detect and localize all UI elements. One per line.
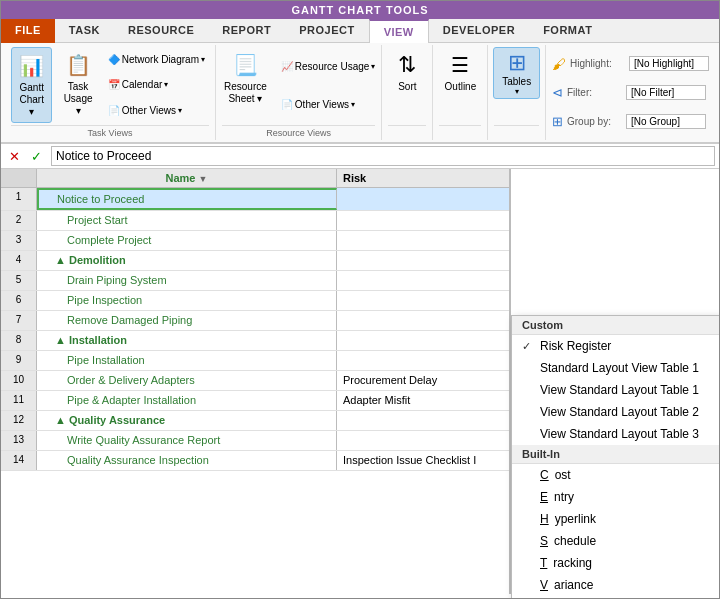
table-row[interactable]: 3 Complete Project	[1, 231, 509, 251]
ribbon-tabs: FILE TASK RESOURCE REPORT PROJECT VIEW D…	[1, 19, 719, 43]
row-risk	[337, 188, 509, 210]
row-id: 4	[1, 251, 37, 270]
resource-sheet-button[interactable]: 📃 ResourceSheet ▾	[218, 47, 273, 109]
filter-icon: ⊲	[552, 85, 563, 100]
task-view-small-buttons: 🔷 Network Diagram ▾ 📅 Calendar ▾ 📄 Other…	[104, 47, 209, 123]
tracking-item[interactable]: Tracking	[512, 552, 720, 574]
other-views2-button[interactable]: 📄 Other Views ▾	[277, 97, 379, 112]
tab-file[interactable]: FILE	[1, 19, 55, 43]
cancel-icon[interactable]: ✕	[5, 147, 23, 165]
tables-button[interactable]: ⊞ Tables ▾	[493, 47, 540, 99]
row-name: Remove Damaged Piping	[37, 311, 337, 330]
formula-bar: ✕ ✓	[1, 144, 719, 169]
row-name: ▲ Quality Assurance	[37, 411, 337, 430]
ribbon: 📊 GanttChart ▾ 📋 TaskUsage ▾ 🔷 Network D…	[1, 43, 719, 144]
tab-resource[interactable]: RESOURCE	[114, 19, 208, 42]
tab-view[interactable]: VIEW	[369, 19, 429, 43]
view-standard-layout-table2-item[interactable]: View Standard Layout Table 2	[512, 401, 720, 423]
tab-developer[interactable]: DEVELOPER	[429, 19, 529, 42]
outline-button[interactable]: ☰ Outline	[439, 47, 483, 97]
tab-project[interactable]: PROJECT	[285, 19, 368, 42]
tab-task[interactable]: TASK	[55, 19, 114, 42]
risk-register-item[interactable]: Risk Register	[512, 335, 720, 357]
highlight-value[interactable]: [No Highlight]	[629, 56, 709, 71]
group-by-label: Group by:	[567, 116, 622, 127]
formula-input[interactable]	[51, 146, 715, 166]
table-row[interactable]: 10 Order & Delivery Adapters Procurement…	[1, 371, 509, 391]
main-area: Name ▼ Risk 1 Notice to Proceed 2 Projec…	[1, 169, 719, 594]
resource-views-group: 📃 ResourceSheet ▾ 📈 Resource Usage ▾ 📄 O…	[216, 45, 382, 140]
sort-button[interactable]: ⇅ Sort	[387, 47, 427, 97]
table-row[interactable]: 1 Notice to Proceed	[1, 188, 509, 211]
row-name: ▲ Installation	[37, 331, 337, 350]
table-row[interactable]: 4 ▲ Demolition	[1, 251, 509, 271]
entry-item[interactable]: Entry	[512, 486, 720, 508]
row-risk	[337, 411, 509, 430]
table-row[interactable]: 12 ▲ Quality Assurance	[1, 411, 509, 431]
table-row[interactable]: 13 Write Quality Assurance Report	[1, 431, 509, 451]
hyperlink-item[interactable]: Hyperlink	[512, 508, 720, 530]
risk-column-header[interactable]: Risk	[337, 169, 509, 187]
outline-group-label	[439, 125, 481, 138]
schedule-item[interactable]: Schedule	[512, 530, 720, 552]
title-bar: GANTT CHART TOOLS	[1, 1, 719, 19]
tab-format[interactable]: FORMAT	[529, 19, 606, 42]
resource-sheet-label: ResourceSheet ▾	[224, 81, 267, 105]
task-usage-button[interactable]: 📋 TaskUsage ▾	[56, 47, 99, 121]
gantt-chart-label: GanttChart ▾	[18, 82, 45, 118]
view-standard-layout-table3-item[interactable]: View Standard Layout Table 3	[512, 423, 720, 445]
tables-label: Tables	[502, 76, 531, 87]
table-row[interactable]: 11 Pipe & Adapter Installation Adapter M…	[1, 391, 509, 411]
confirm-icon[interactable]: ✓	[27, 147, 45, 165]
builtin-section-label: Built-In	[512, 445, 720, 464]
row-risk	[337, 431, 509, 450]
standard-layout-view-table1-item[interactable]: Standard Layout View Table 1	[512, 357, 720, 379]
row-id: 8	[1, 331, 37, 350]
sort-label: Sort	[398, 81, 416, 93]
row-name: Project Start	[37, 211, 337, 230]
table-row[interactable]: 7 Remove Damaged Piping	[1, 311, 509, 331]
table-row[interactable]: 8 ▲ Installation	[1, 331, 509, 351]
name-column-header[interactable]: Name ▼	[37, 169, 337, 187]
row-id: 5	[1, 271, 37, 290]
view-standard-layout-table1-item[interactable]: View Standard Layout Table 1	[512, 379, 720, 401]
table-row[interactable]: 14 Quality Assurance Inspection Inspecti…	[1, 451, 509, 471]
table-row[interactable]: 6 Pipe Inspection	[1, 291, 509, 311]
row-name: Quality Assurance Inspection	[37, 451, 337, 470]
highlight-row: 🖌 Highlight: [No Highlight]	[552, 56, 709, 72]
row-risk	[337, 331, 509, 350]
row-id: 6	[1, 291, 37, 310]
filter-label: Filter:	[567, 87, 622, 98]
network-diagram-button[interactable]: 🔷 Network Diagram ▾	[104, 52, 209, 67]
filter-value[interactable]: [No Filter]	[626, 85, 706, 100]
row-risk	[337, 251, 509, 270]
table-rows: 1 Notice to Proceed 2 Project Start 3 Co…	[1, 188, 509, 594]
group-by-value[interactable]: [No Group]	[626, 114, 706, 129]
sort-icon: ⇅	[393, 51, 421, 79]
resource-usage-button[interactable]: 📈 Resource Usage ▾	[277, 59, 379, 74]
task-usage-icon: 📋	[64, 51, 92, 79]
custom-section-label: Custom	[512, 316, 720, 335]
table-row[interactable]: 2 Project Start	[1, 211, 509, 231]
variance-item[interactable]: Variance	[512, 574, 720, 596]
table-header: Name ▼ Risk	[1, 169, 509, 188]
row-risk: Procurement Delay	[337, 371, 509, 390]
tables-dropdown: Custom Risk Register Standard Layout Vie…	[511, 315, 720, 599]
table-row[interactable]: 9 Pipe Installation	[1, 351, 509, 371]
row-id: 2	[1, 211, 37, 230]
task-views-label: Task Views	[11, 125, 209, 138]
row-name: Order & Delivery Adapters	[37, 371, 337, 390]
cost-item[interactable]: Cost	[512, 464, 720, 486]
gantt-chart-button[interactable]: 📊 GanttChart ▾	[11, 47, 52, 123]
row-name: Write Quality Assurance Report	[37, 431, 337, 450]
highlight-icon: 🖌	[552, 56, 566, 72]
row-risk	[337, 271, 509, 290]
row-risk	[337, 351, 509, 370]
row-id: 3	[1, 231, 37, 250]
table-row[interactable]: 5 Drain Piping System	[1, 271, 509, 291]
calendar-button[interactable]: 📅 Calendar ▾	[104, 77, 209, 92]
other-views-button[interactable]: 📄 Other Views ▾	[104, 103, 209, 118]
row-risk: Adapter Misfit	[337, 391, 509, 410]
row-id: 9	[1, 351, 37, 370]
tab-report[interactable]: REPORT	[208, 19, 285, 42]
